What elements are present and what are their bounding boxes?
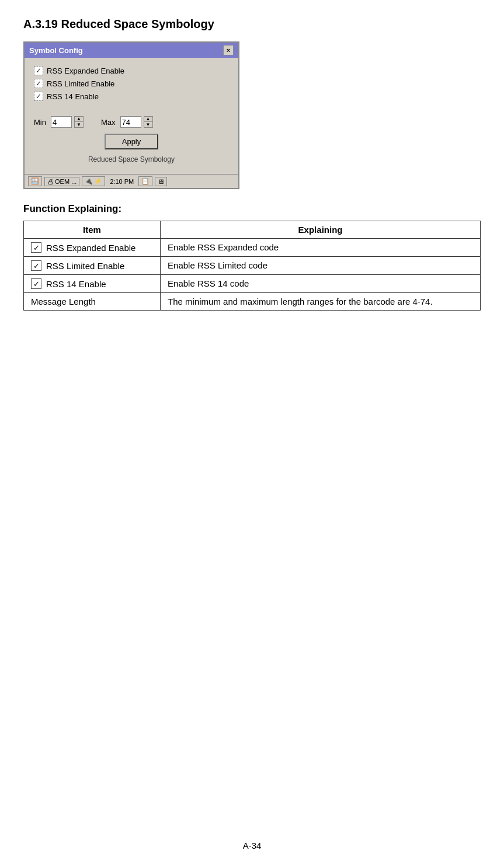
dialog-window: Symbol Config × ✓ RSS Expanded Enable ✓ … xyxy=(23,41,239,189)
min-down-arrow[interactable]: ▼ xyxy=(75,122,83,127)
checkbox-row-0: ✓ RSS Expanded Enable xyxy=(34,66,229,75)
checkbox-rss-14-label: RSS 14 Enable xyxy=(47,92,99,101)
table-item-label-0: RSS Expanded Enable xyxy=(46,243,135,253)
max-label: Max xyxy=(101,118,116,127)
explain-table: Item Explaining ✓RSS Expanded EnableEnab… xyxy=(23,221,481,311)
start-icon: 🪟 xyxy=(31,177,39,185)
dialog-title: Symbol Config xyxy=(29,46,83,55)
function-section-title: Function Explaining: xyxy=(23,203,481,215)
table-item-label-1: RSS Limited Enable xyxy=(46,261,124,271)
dialog-footer-label: Reduced Space Symbology xyxy=(34,155,229,163)
table-checkbox-2[interactable]: ✓ xyxy=(31,278,41,289)
table-checkbox-1[interactable]: ✓ xyxy=(31,260,41,271)
taskbar-connection[interactable]: 🔌 ⚡ xyxy=(82,176,105,186)
table-cell-explaining-0: Enable RSS Expanded code xyxy=(161,239,481,257)
dialog-body: ✓ RSS Expanded Enable ✓ RSS Limited Enab… xyxy=(25,58,238,174)
table-cell-explaining-2: Enable RSS 14 code xyxy=(161,275,481,293)
col-explaining-header: Explaining xyxy=(161,221,481,239)
extra1-icon: 📋 xyxy=(141,177,150,185)
min-max-row: Min ▲ ▼ Max ▲ ▼ xyxy=(34,116,229,128)
table-cell-explaining-3: The minimum and maximum length ranges fo… xyxy=(161,293,481,311)
table-cell-explaining-1: Enable RSS Limited code xyxy=(161,257,481,275)
checkbox-rss-14[interactable]: ✓ xyxy=(34,92,43,101)
min-spin-arrows: ▲ ▼ xyxy=(74,116,84,128)
apply-button[interactable]: Apply xyxy=(105,134,159,149)
taskbar-extra1[interactable]: 📋 xyxy=(138,176,152,186)
checkbox-row-1: ✓ RSS Limited Enable xyxy=(34,79,229,88)
table-row: Message LengthThe minimum and maximum le… xyxy=(24,293,481,311)
table-header-row: Item Explaining xyxy=(24,221,481,239)
connection-icon: 🔌 xyxy=(85,177,93,185)
table-row: ✓RSS Limited EnableEnable RSS Limited co… xyxy=(24,257,481,275)
dialog-close-button[interactable]: × xyxy=(223,45,234,55)
dialog-wrapper: Symbol Config × ✓ RSS Expanded Enable ✓ … xyxy=(23,41,481,189)
taskbar-oem[interactable]: 🖨 OEM ... xyxy=(44,177,79,186)
table-cell-item-0: ✓RSS Expanded Enable xyxy=(24,239,161,257)
table-row: ✓RSS Expanded EnableEnable RSS Expanded … xyxy=(24,239,481,257)
max-input[interactable] xyxy=(120,116,141,128)
oem-icon: 🖨 xyxy=(47,178,54,185)
extra2-icon: 🖥 xyxy=(158,178,164,185)
max-group: Max ▲ ▼ xyxy=(101,116,153,128)
min-label: Min xyxy=(34,118,46,127)
max-down-arrow[interactable]: ▼ xyxy=(144,122,152,127)
dialog-taskbar: 🪟 🖨 OEM ... 🔌 ⚡ 2:10 PM 📋 🖥 xyxy=(25,174,238,188)
table-cell-item-3: Message Length xyxy=(24,293,161,311)
checkbox-rss-expanded[interactable]: ✓ xyxy=(34,66,43,75)
checkbox-rss-expanded-label: RSS Expanded Enable xyxy=(47,67,124,75)
apply-row: Apply xyxy=(34,134,229,149)
max-spin-arrows: ▲ ▼ xyxy=(144,116,153,128)
min-input[interactable] xyxy=(51,116,72,128)
max-up-arrow[interactable]: ▲ xyxy=(144,117,152,122)
page-footer: A-34 xyxy=(0,841,504,850)
col-item-header: Item xyxy=(24,221,161,239)
dialog-titlebar: Symbol Config × xyxy=(25,43,238,58)
table-item-label-2: RSS 14 Enable xyxy=(46,279,106,289)
arrow-icon: ⚡ xyxy=(94,177,102,185)
min-up-arrow[interactable]: ▲ xyxy=(75,117,83,122)
oem-label: OEM ... xyxy=(55,178,77,185)
taskbar-extra2[interactable]: 🖥 xyxy=(155,177,167,186)
table-cell-item-1: ✓RSS Limited Enable xyxy=(24,257,161,275)
checkbox-row-2: ✓ RSS 14 Enable xyxy=(34,92,229,101)
table-cell-item-2: ✓RSS 14 Enable xyxy=(24,275,161,293)
checkbox-rss-limited-label: RSS Limited Enable xyxy=(47,79,114,88)
table-row: ✓RSS 14 EnableEnable RSS 14 code xyxy=(24,275,481,293)
min-group: Min ▲ ▼ xyxy=(34,116,84,128)
page-title: A.3.19 Reduced Space Symbology xyxy=(23,18,481,31)
taskbar-time: 2:10 PM xyxy=(107,177,136,186)
table-checkbox-0[interactable]: ✓ xyxy=(31,242,41,253)
checkbox-rss-limited[interactable]: ✓ xyxy=(34,79,43,88)
taskbar-start[interactable]: 🪟 xyxy=(28,176,42,186)
